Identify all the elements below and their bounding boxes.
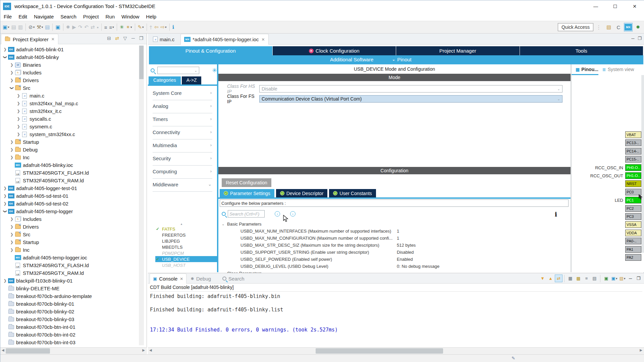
tree-item[interactable]: ❯hIncludes <box>0 69 139 76</box>
scroll-up-icon[interactable]: ▲ <box>180 223 183 226</box>
pin-icon[interactable]: ▣ <box>602 275 610 282</box>
tree-item[interactable]: ❯Inc <box>0 246 139 254</box>
info-toolbar-icon[interactable]: ℹ <box>171 23 175 32</box>
tree-item[interactable]: ❯IDEadafruit-f405-temp-logger <box>0 207 139 215</box>
category-connectivity[interactable]: Connectivity› <box>153 126 212 139</box>
tree-item[interactable]: ❯IDEblackpill-f103c8-blinky-01 <box>0 277 139 285</box>
tree-item[interactable]: ❯IDEadafruit-f405-blink-01 <box>0 46 139 53</box>
class-for-fs-ip-dropdown[interactable]: Communication Device Class (Virtual Port… <box>259 95 562 103</box>
expand-arrow-icon[interactable]: ❯ <box>9 78 14 82</box>
next-match-icon[interactable]: › <box>290 211 296 217</box>
additional-software-menu[interactable]: Additional Software <box>330 57 373 62</box>
pin-pc3[interactable]: PC3 <box>625 213 641 220</box>
open-console-icon[interactable]: ▣ <box>54 23 61 32</box>
scroll-right-icon[interactable]: ▶ <box>640 348 642 352</box>
menu-navigate[interactable]: Navigate <box>31 13 57 20</box>
expand-arrow-icon[interactable]: ❯ <box>16 132 21 136</box>
pin-vbat[interactable]: VBAT <box>625 131 641 138</box>
tab-debug[interactable]: ✹Debug <box>187 274 214 284</box>
scroll-left-icon[interactable]: ◀ <box>2 348 4 352</box>
expand-arrow-icon[interactable]: ❯ <box>16 117 21 121</box>
console-horizontal-scrollbar[interactable]: ◀ ▶ <box>148 347 644 354</box>
tab-pinout-configuration[interactable]: Pinout & Configuration <box>149 46 273 55</box>
new-file-icon[interactable]: ▤ <box>44 23 51 32</box>
tab-project-explorer[interactable]: Project Explorer ✕ <box>1 34 58 44</box>
expand-arrow-icon[interactable]: ❯ <box>2 201 8 206</box>
expand-arrow-icon[interactable]: ❯ <box>16 94 21 98</box>
tab-search[interactable]: Search <box>219 274 248 284</box>
close-button[interactable]: ✕ <box>625 0 644 12</box>
tab-user-constants[interactable]: ✓User Constants <box>329 189 376 197</box>
tab-categories[interactable]: Categories <box>149 76 181 84</box>
parameter-row[interactable]: USBD_MAX_NUM_INTERFACES (Maximum number … <box>222 228 571 235</box>
peripheral-search-combo[interactable]: ⌄ <box>157 67 199 74</box>
pin-ph1o[interactable]: PH1-O.. <box>625 172 641 179</box>
tree-item[interactable]: breakout-f070cb-blinky-02 <box>0 308 139 315</box>
info-icon[interactable]: i <box>555 210 557 218</box>
expand-arrow-icon[interactable]: ❯ <box>9 63 14 67</box>
tree-item[interactable]: LDSTM32F405RGTX_FLASH.ld <box>0 261 139 269</box>
middleware-usb_host[interactable]: USB_HOST <box>155 262 217 268</box>
pinout-menu[interactable]: ⌄ Pinout <box>392 57 412 62</box>
terminate-icon[interactable]: ▪ <box>96 23 99 32</box>
parameter-row[interactable]: USBD_MAX_STR_DESC_SIZ (Maximum size for … <box>222 242 571 249</box>
middleware-fatfs[interactable]: ✓FATFS <box>155 226 217 232</box>
cpp-perspective-icon[interactable]: C <box>614 23 623 32</box>
expand-arrow-icon[interactable]: ❯ <box>9 225 14 229</box>
tab-device-descriptor[interactable]: ✓Device Descriptor <box>276 189 327 197</box>
category-multimedia[interactable]: Multimedia› <box>153 139 212 153</box>
maximize-console-icon[interactable]: ❐ <box>635 275 642 282</box>
menu-window[interactable]: Window <box>118 13 143 20</box>
minimize-view-icon[interactable]: ─ <box>129 36 137 41</box>
collapse-arrow-icon[interactable]: ❯ <box>3 55 7 60</box>
tree-item[interactable]: breakout-f070cb-btn-int-02 <box>0 331 139 339</box>
tree-item[interactable]: breakout-f070cb-blinky-01 <box>0 300 139 308</box>
expand-arrow-icon[interactable]: ❯ <box>2 279 8 283</box>
expand-arrow-icon[interactable]: ❯ <box>16 109 21 113</box>
parameter-group[interactable]: ⌄Basic Parameters <box>222 221 571 228</box>
middleware-freertos[interactable]: FREERTOS <box>155 232 217 238</box>
menu-edit[interactable]: Edit <box>15 13 31 20</box>
tree-item[interactable]: ❯.csysmem.c <box>0 123 139 130</box>
view-menu-icon[interactable]: ▽ <box>121 36 129 41</box>
pin-vdda[interactable]: VDDA <box>625 230 641 236</box>
trace-icon[interactable]: ✳ <box>119 23 125 32</box>
middleware-libjpeg[interactable]: LIBJPEG <box>155 238 217 244</box>
tree-item[interactable]: MXadafruit-f405-temp-logger.ioc <box>0 254 139 261</box>
tab-console[interactable]: ▣Console✕ <box>150 274 186 284</box>
tree-item[interactable]: ❯hIncludes <box>0 215 139 223</box>
category-security[interactable]: Security› <box>153 153 212 166</box>
category-computing[interactable]: Computing› <box>153 166 212 179</box>
explorer-horizontal-scrollbar[interactable]: ◀ ▶ <box>0 347 147 354</box>
close-icon[interactable]: ✕ <box>262 37 265 42</box>
tree-item[interactable]: ❯.csystem_stm32f4xx.c <box>0 130 139 138</box>
collapse-arrow-icon[interactable]: ❯ <box>3 209 7 214</box>
menu-help[interactable]: Help <box>143 13 160 20</box>
tree-item[interactable]: ❯Startup <box>0 138 139 146</box>
forward-icon[interactable]: ⇨▾ <box>160 23 168 32</box>
expand-arrow-icon[interactable]: ❯ <box>16 101 21 106</box>
pin-pa1[interactable]: PA1 <box>625 246 641 253</box>
menu-project[interactable]: Project <box>80 13 102 20</box>
run-icon[interactable]: ▶ <box>71 23 77 32</box>
collapse-all-icon[interactable]: ⊟ <box>105 36 113 41</box>
pinout-canvas[interactable]: VBATPC13-..PC14-..PC15-..PH0-O..RCC_OSC_… <box>572 75 644 263</box>
parameter-row[interactable]: USBD_DEBUG_LEVEL (USBD Debug Level)0: No… <box>222 263 571 270</box>
middleware-mbedtls[interactable]: MBEDTLS <box>155 244 217 250</box>
tree-item[interactable]: MXadafruit-f405-blinky.ioc <box>0 161 139 169</box>
category-analog[interactable]: Analog› <box>153 100 212 113</box>
word-wrap-icon[interactable]: ≡ <box>583 275 590 282</box>
tree-item[interactable]: ❯Startup <box>0 238 139 246</box>
scroll-up-icon[interactable]: ▲ <box>547 275 554 282</box>
category-timers[interactable]: Timers› <box>153 113 212 126</box>
tab-parameter-settings[interactable]: ✓Parameter Settings <box>220 189 274 197</box>
sort-icon[interactable]: ≡ <box>103 23 108 32</box>
close-icon[interactable]: ✕ <box>51 37 55 42</box>
parameter-row[interactable]: USBD_SELF_POWERED (Enabled self power)En… <box>222 256 571 263</box>
parameter-row[interactable]: USBD_MAX_NUM_CONFIGURATION (Maximum numb… <box>222 235 571 242</box>
quick-access-button[interactable]: Quick Access <box>558 23 593 31</box>
step-into-icon[interactable]: ↶ <box>83 23 90 32</box>
scroll-lock-icon[interactable]: ▩ <box>575 275 582 282</box>
show-on-change-icon[interactable]: ⇄ <box>555 275 562 282</box>
expand-arrow-icon[interactable]: ❯ <box>2 194 8 198</box>
